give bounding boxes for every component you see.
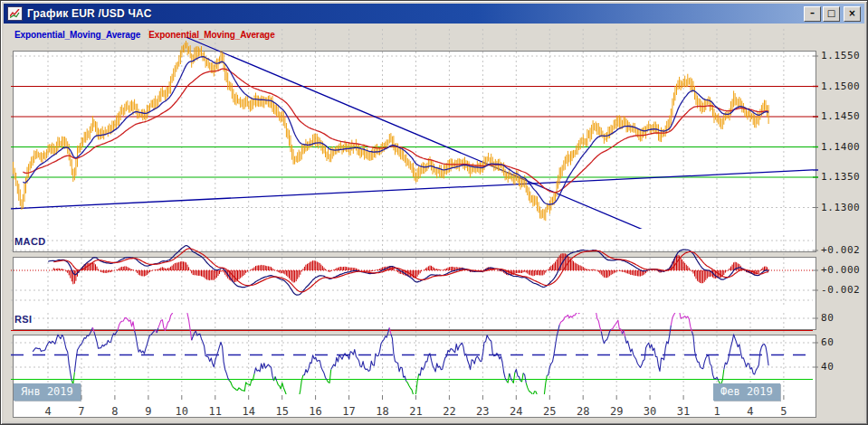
date-axis-tick: 28: [569, 405, 596, 418]
date-axis-tick: 5: [770, 405, 797, 418]
price-axis-tick: 1.1550: [821, 50, 860, 61]
date-axis-tick: 22: [435, 405, 463, 418]
macd-axis-tick: +0.002: [821, 244, 860, 256]
date-axis-tick: 8: [101, 405, 129, 418]
rsi-axis-tick: 40: [821, 361, 834, 373]
macd-axis-tick: +0.000: [821, 264, 860, 276]
date-axis-tick: 30: [636, 405, 663, 418]
date-axis-tick: 10: [168, 405, 196, 418]
date-axis-tick: 16: [302, 405, 329, 418]
date-axis-tick: 4: [34, 405, 62, 418]
price-axis-tick: 1.1450: [821, 110, 860, 122]
date-axis-tick: 17: [336, 405, 363, 418]
month-label-feb: Фев 2019: [713, 383, 780, 401]
rsi-axis-tick: 80: [821, 312, 834, 324]
date-axis-tick: 4: [737, 405, 764, 418]
price-axis-tick: 1.1500: [821, 80, 860, 92]
price-axis-tick: 1.1350: [821, 171, 860, 183]
date-axis-tick: 11: [202, 405, 229, 418]
ema-legend: Exponential_Moving_Average Exponential_M…: [14, 30, 275, 40]
date-axis-tick: 14: [235, 405, 262, 418]
date-axis-tick: 18: [369, 405, 396, 418]
date-axis-tick: 1: [703, 405, 730, 418]
date-axis-tick: 23: [469, 405, 496, 418]
month-label-jan: Янв 2019: [14, 383, 81, 401]
date-axis-tick: 21: [402, 405, 429, 418]
date-axis-tick: 15: [269, 405, 296, 418]
macd-label: MACD: [14, 236, 46, 247]
macd-axis-tick: -0.002: [821, 284, 860, 296]
chart-graphics: [1, 1, 868, 425]
date-axis-tick: 29: [603, 405, 630, 418]
date-axis-tick: 7: [68, 405, 95, 418]
date-axis-tick: 24: [502, 405, 529, 418]
date-axis-tick: 31: [670, 405, 697, 418]
ema-fast-legend-label: Exponential_Moving_Average: [14, 30, 140, 40]
ema-slow-legend-label: Exponential_Moving_Average: [148, 30, 274, 40]
date-axis-tick: 25: [536, 405, 563, 418]
price-axis-tick: 1.1300: [821, 202, 860, 213]
date-axis-tick: 9: [135, 405, 162, 418]
rsi-axis-tick: 60: [821, 336, 834, 348]
price-axis-tick: 1.1400: [821, 141, 860, 153]
chart-window: График EUR /USD ЧАС – □ × Exponential_Mo…: [0, 0, 868, 425]
rsi-label: RSI: [14, 314, 33, 325]
